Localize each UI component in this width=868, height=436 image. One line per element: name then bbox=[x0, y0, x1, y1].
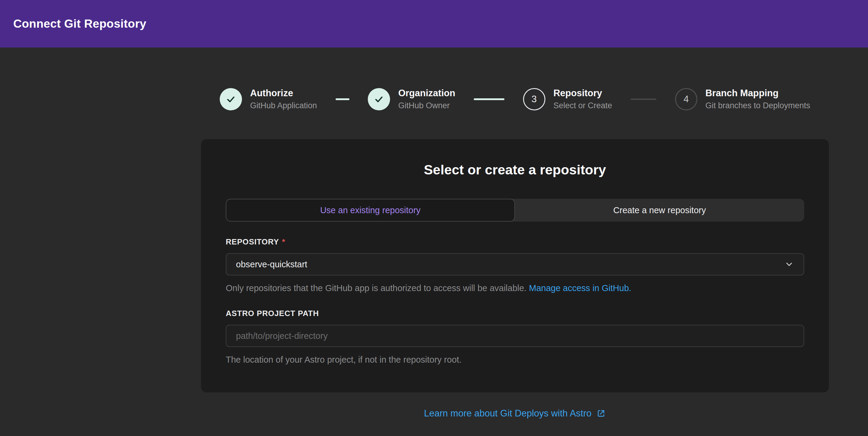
project-path-help-text: The location of your Astro project, if n… bbox=[226, 355, 804, 365]
step-organization[interactable]: Organization GitHub Owner bbox=[368, 88, 455, 110]
page-header: Connect Git Repository bbox=[0, 0, 868, 47]
step-sublabel: GitHub Application bbox=[250, 101, 317, 110]
external-link-icon[interactable] bbox=[596, 409, 606, 418]
manage-access-link[interactable]: Manage access in GitHub. bbox=[529, 283, 631, 293]
learn-more-link[interactable]: Learn more about Git Deploys with Astro bbox=[424, 408, 592, 419]
step-label: Organization bbox=[398, 88, 455, 99]
project-path-input[interactable] bbox=[226, 325, 804, 347]
repository-help-text: Only repositories that the GitHub app is… bbox=[226, 283, 804, 293]
required-marker: * bbox=[282, 237, 285, 246]
step-label: Authorize bbox=[250, 88, 317, 99]
step-current-indicator: 3 bbox=[523, 88, 545, 110]
tab-use-existing-repository[interactable]: Use an existing repository bbox=[226, 199, 515, 222]
step-text: Organization GitHub Owner bbox=[398, 88, 455, 110]
step-complete-indicator bbox=[220, 88, 242, 110]
repository-help-plain: Only repositories that the GitHub app is… bbox=[226, 283, 526, 293]
repository-label-text: REPOSITORY bbox=[226, 237, 279, 246]
step-branch-mapping: 4 Branch Mapping Git branches to Deploym… bbox=[675, 88, 810, 110]
wizard-stepper: Authorize GitHub Application Organizatio… bbox=[201, 88, 829, 110]
step-connector bbox=[336, 98, 349, 100]
wizard-content: Authorize GitHub Application Organizatio… bbox=[201, 88, 829, 419]
step-text: Repository Select or Create bbox=[554, 88, 612, 110]
step-connector bbox=[630, 99, 656, 100]
project-path-field-label: ASTRO PROJECT PATH bbox=[226, 309, 804, 318]
repository-select[interactable]: observe-quickstart bbox=[226, 253, 804, 275]
step-upcoming-indicator: 4 bbox=[675, 88, 698, 110]
check-icon bbox=[225, 93, 237, 105]
step-sublabel: Git branches to Deployments bbox=[706, 101, 810, 110]
step-sublabel: GitHub Owner bbox=[398, 101, 455, 110]
tab-create-new-repository[interactable]: Create a new repository bbox=[515, 199, 804, 222]
step-label: Repository bbox=[554, 88, 612, 99]
step-connector bbox=[474, 98, 504, 100]
step-complete-indicator bbox=[368, 88, 390, 110]
step-text: Branch Mapping Git branches to Deploymen… bbox=[706, 88, 810, 110]
page-title: Connect Git Repository bbox=[13, 17, 146, 30]
learn-more-row: Learn more about Git Deploys with Astro bbox=[201, 408, 829, 419]
card-title: Select or create a repository bbox=[226, 162, 804, 178]
repository-select-value: observe-quickstart bbox=[236, 260, 307, 269]
repository-mode-tabs: Use an existing repository Create a new … bbox=[226, 199, 804, 222]
step-sublabel: Select or Create bbox=[554, 101, 612, 110]
chevron-down-icon bbox=[784, 260, 794, 269]
step-authorize[interactable]: Authorize GitHub Application bbox=[220, 88, 317, 110]
repository-card: Select or create a repository Use an exi… bbox=[201, 139, 829, 393]
check-icon bbox=[373, 93, 385, 105]
step-repository: 3 Repository Select or Create bbox=[523, 88, 612, 110]
repository-field-label: REPOSITORY * bbox=[226, 237, 804, 246]
step-text: Authorize GitHub Application bbox=[250, 88, 317, 110]
step-label: Branch Mapping bbox=[706, 88, 810, 99]
project-path-label-text: ASTRO PROJECT PATH bbox=[226, 309, 319, 318]
